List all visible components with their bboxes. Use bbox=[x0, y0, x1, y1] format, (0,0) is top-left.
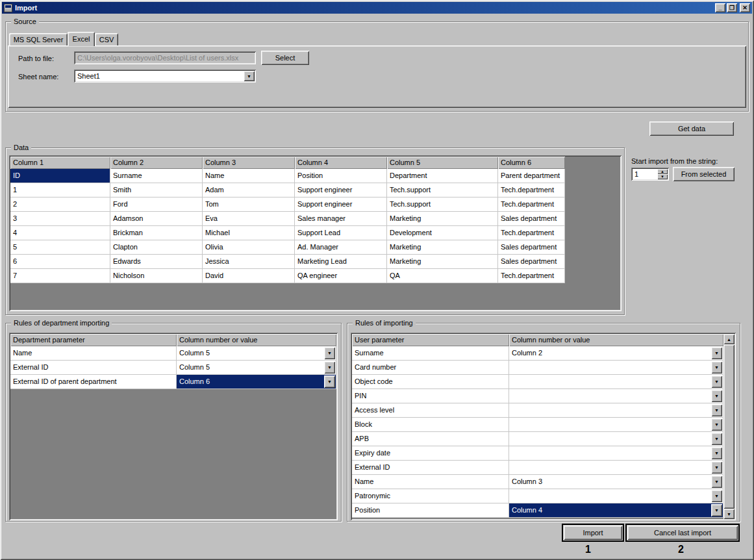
data-cell[interactable]: Support Lead bbox=[295, 226, 387, 240]
user-param-cell[interactable]: Object code bbox=[352, 375, 509, 389]
tab-excel[interactable]: Excel bbox=[68, 32, 95, 46]
column-header[interactable]: Column 4 bbox=[295, 157, 387, 169]
get-data-button[interactable]: Get data bbox=[649, 121, 734, 136]
data-cell[interactable]: Development bbox=[387, 226, 498, 240]
close-button[interactable]: ✕ bbox=[740, 3, 750, 12]
title-bar[interactable]: Import _ ❐ ✕ bbox=[2, 2, 752, 14]
user-param-cell[interactable]: Patronymic bbox=[352, 489, 509, 503]
from-selected-button[interactable]: From selected bbox=[673, 167, 735, 181]
tab-ms-sql-server[interactable]: MS SQL Server bbox=[9, 33, 68, 45]
scrollbar[interactable]: ▲ ▼ bbox=[723, 334, 735, 519]
data-cell[interactable]: ID bbox=[10, 169, 110, 183]
data-cell[interactable]: Michael bbox=[203, 226, 295, 240]
column-header[interactable]: Column 3 bbox=[203, 157, 295, 169]
dropdown-arrow-icon[interactable]: ▼ bbox=[711, 447, 722, 459]
dropdown-arrow-icon[interactable]: ▼ bbox=[711, 461, 722, 474]
data-cell[interactable]: Sales department bbox=[498, 212, 565, 226]
scrollbar-thumb[interactable] bbox=[723, 344, 735, 509]
user-param-cell[interactable]: Access level bbox=[352, 403, 509, 418]
data-cell[interactable]: Support engineer bbox=[295, 183, 387, 197]
column-header[interactable]: Column 6 bbox=[498, 157, 565, 169]
column-header[interactable]: Department parameter bbox=[10, 334, 177, 346]
data-cell[interactable]: Tom bbox=[203, 197, 295, 212]
scroll-up-button[interactable]: ▲ bbox=[723, 334, 735, 344]
dropdown-arrow-icon[interactable]: ▼ bbox=[324, 361, 335, 374]
tab-csv[interactable]: CSV bbox=[95, 33, 118, 45]
user-value-cell[interactable]: ▼ bbox=[509, 389, 723, 403]
data-cell[interactable]: 5 bbox=[10, 240, 110, 255]
user-value-cell[interactable]: ▼ bbox=[509, 432, 723, 446]
data-cell[interactable]: Marketing bbox=[387, 255, 498, 269]
user-param-cell[interactable]: Name bbox=[352, 475, 509, 489]
dept-value-cell[interactable]: Column 5 ▼ bbox=[177, 346, 336, 361]
dropdown-arrow-icon[interactable]: ▼ bbox=[324, 347, 335, 359]
dept-param-cell[interactable]: External ID of parent department bbox=[10, 375, 177, 389]
data-cell[interactable]: Tech.support bbox=[387, 197, 498, 212]
path-to-file-input[interactable]: C:\Users\olga.vorobyova\Desktop\List of … bbox=[74, 51, 256, 64]
user-param-cell[interactable]: Position bbox=[352, 503, 509, 518]
scroll-down-button[interactable]: ▼ bbox=[723, 509, 735, 519]
data-cell[interactable]: 4 bbox=[10, 226, 110, 240]
data-cell[interactable]: Name bbox=[203, 169, 295, 183]
user-value-cell[interactable]: ▼ bbox=[509, 446, 723, 461]
data-cell[interactable]: Adamson bbox=[110, 212, 203, 226]
user-value-cell[interactable]: Column 4 ▼ bbox=[509, 503, 723, 518]
dropdown-arrow-icon[interactable]: ▼ bbox=[711, 433, 722, 445]
user-value-cell[interactable]: ▼ bbox=[509, 403, 723, 418]
user-param-cell[interactable]: PIN bbox=[352, 389, 509, 403]
column-header[interactable]: Column number or value bbox=[177, 334, 336, 346]
dropdown-arrow-icon[interactable]: ▼ bbox=[711, 375, 722, 388]
user-value-cell[interactable]: ▼ bbox=[509, 461, 723, 475]
dropdown-arrow-icon[interactable]: ▼ bbox=[711, 390, 722, 402]
spinner-value[interactable]: 1 bbox=[635, 170, 638, 178]
user-param-cell[interactable]: Surname bbox=[352, 346, 509, 361]
data-cell[interactable]: Tech.support bbox=[387, 183, 498, 197]
data-cell[interactable]: Edwards bbox=[110, 255, 203, 269]
column-header[interactable]: Column 5 bbox=[387, 157, 498, 169]
data-cell[interactable]: Olivia bbox=[203, 240, 295, 255]
data-cell[interactable]: Marketing bbox=[387, 212, 498, 226]
spinner-down-button[interactable]: ▼ bbox=[657, 174, 668, 179]
dept-param-cell[interactable]: Name bbox=[10, 346, 177, 361]
column-header[interactable]: Column 2 bbox=[110, 157, 203, 169]
user-value-cell[interactable]: ▼ bbox=[509, 361, 723, 375]
data-cell[interactable]: Smith bbox=[110, 183, 203, 197]
dept-param-cell[interactable]: External ID bbox=[10, 361, 177, 375]
user-value-cell[interactable]: Column 2 ▼ bbox=[509, 346, 723, 361]
data-cell[interactable]: QA engineer bbox=[295, 269, 387, 283]
data-cell[interactable]: Nicholson bbox=[110, 269, 203, 283]
data-cell[interactable]: Sales manager bbox=[295, 212, 387, 226]
data-cell[interactable]: QA bbox=[387, 269, 498, 283]
data-cell[interactable]: Tech.department bbox=[498, 197, 565, 212]
cancel-last-import-button[interactable]: Cancel last import bbox=[627, 526, 738, 540]
data-cell[interactable]: 3 bbox=[10, 212, 110, 226]
data-cell[interactable]: Marketing Lead bbox=[295, 255, 387, 269]
data-cell[interactable]: David bbox=[203, 269, 295, 283]
dropdown-arrow-icon[interactable]: ▼ bbox=[244, 71, 255, 81]
data-cell[interactable]: 1 bbox=[10, 183, 110, 197]
column-header[interactable]: Column 1 bbox=[10, 157, 110, 169]
user-value-cell[interactable]: ▼ bbox=[509, 418, 723, 432]
data-cell[interactable]: Ad. Manager bbox=[295, 240, 387, 255]
data-cell[interactable]: Adam bbox=[203, 183, 295, 197]
data-cell[interactable]: Sales department bbox=[498, 240, 565, 255]
dropdown-arrow-icon[interactable]: ▼ bbox=[711, 404, 722, 416]
data-cell[interactable]: Ford bbox=[110, 197, 203, 212]
column-header[interactable]: User parameter bbox=[352, 334, 509, 346]
start-row-spinner[interactable]: 1 ▲ ▼ bbox=[631, 168, 669, 181]
data-cell[interactable]: Marketing bbox=[387, 240, 498, 255]
data-cell[interactable]: Jessica bbox=[203, 255, 295, 269]
dropdown-arrow-icon[interactable]: ▼ bbox=[711, 361, 722, 374]
data-cell[interactable]: Parent department bbox=[498, 169, 565, 183]
dept-value-cell[interactable]: Column 5 ▼ bbox=[177, 361, 336, 375]
dept-value-cell[interactable]: Column 6 ▼ bbox=[177, 375, 336, 389]
dropdown-arrow-icon[interactable]: ▼ bbox=[711, 504, 722, 516]
user-param-cell[interactable]: Block bbox=[352, 418, 509, 432]
select-file-button[interactable]: Select bbox=[261, 51, 309, 65]
dropdown-arrow-icon[interactable]: ▼ bbox=[711, 490, 722, 502]
dropdown-arrow-icon[interactable]: ▼ bbox=[711, 347, 722, 359]
data-cell[interactable]: Sales department bbox=[498, 255, 565, 269]
maximize-button[interactable]: ❐ bbox=[727, 3, 737, 12]
column-header[interactable]: Column number or value bbox=[509, 334, 723, 346]
data-cell[interactable]: Position bbox=[295, 169, 387, 183]
